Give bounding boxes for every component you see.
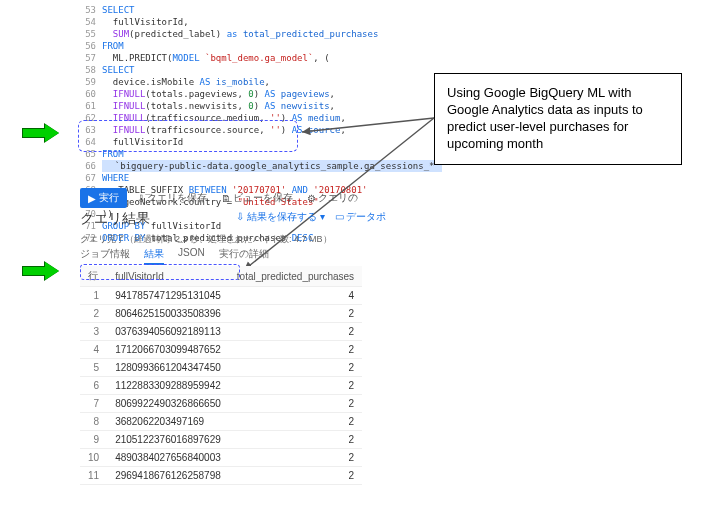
table-row[interactable]: 836820622034971692 <box>80 413 362 431</box>
code-line[interactable]: 61 IFNULL(totals.newvisits, 0) AS newvis… <box>78 100 378 112</box>
save-query-label: クエリを保存 <box>147 191 207 205</box>
results-table: 行 fullVisitorId total_predicted_purchase… <box>80 266 362 485</box>
code-token: is_mobile <box>210 77 264 87</box>
cell-predicted: 2 <box>229 377 362 395</box>
table-row[interactable]: 512809936612043474502 <box>80 359 362 377</box>
code-token: newvisits <box>275 101 329 111</box>
code-line[interactable]: 59 device.isMobile AS is_mobile, <box>78 76 378 88</box>
code-line[interactable]: 56FROM <box>78 40 378 52</box>
code-token: fullVisitorId <box>102 137 183 147</box>
table-row[interactable]: 921051223760168976292 <box>80 431 362 449</box>
code-token: (totals.newvisits, <box>145 101 248 111</box>
sql-editor[interactable]: 53SELECT54 fullVisitorId,55 SUM(predicte… <box>78 4 378 244</box>
cell-index: 2 <box>80 305 107 323</box>
run-label: 実行 <box>99 191 119 205</box>
green-arrow-icon <box>22 262 62 280</box>
code-token: WHERE <box>102 173 129 183</box>
save-view-label: ビューを保存 <box>233 191 293 205</box>
code-token: '' <box>270 113 281 123</box>
query-more-button[interactable]: ⚙ クエリの <box>303 189 362 207</box>
table-row[interactable]: 303763940560921891132 <box>80 323 362 341</box>
gear-icon: ⚙ <box>307 193 316 204</box>
code-token: fullVisitorId, <box>102 17 189 27</box>
code-token: ML.PREDICT( <box>102 53 172 63</box>
cell-visitor: 8064625150033508396 <box>107 305 229 323</box>
code-line[interactable]: 62 IFNULL(trafficsource.medium, '') AS m… <box>78 112 378 124</box>
save-results-button[interactable]: ⇩ 結果を保存する ▾ <box>236 210 325 224</box>
code-line[interactable]: 67WHERE <box>78 172 378 184</box>
cell-visitor: 9417857471295131045 <box>107 287 229 305</box>
cell-predicted: 2 <box>229 359 362 377</box>
cell-predicted: 4 <box>229 287 362 305</box>
cell-index: 3 <box>80 323 107 341</box>
table-row[interactable]: 780699224903268666502 <box>80 395 362 413</box>
cell-predicted: 2 <box>229 467 362 485</box>
code-line[interactable]: 65FROM <box>78 148 378 160</box>
cell-index: 7 <box>80 395 107 413</box>
cell-visitor: 0376394056092189113 <box>107 323 229 341</box>
download-icon: ⇩ <box>236 211 244 222</box>
table-row[interactable]: 611228833092889599422 <box>80 377 362 395</box>
code-line[interactable]: 54 fullVisitorId, <box>78 16 378 28</box>
cell-predicted: 2 <box>229 323 362 341</box>
save-view-button[interactable]: 🗎 ビューを保存 <box>217 189 297 207</box>
code-line[interactable]: 63 IFNULL(trafficsource.source, '') AS s… <box>78 124 378 136</box>
header-predicted: total_predicted_purchases <box>229 266 362 287</box>
table-row[interactable]: 1048903840276568400032 <box>80 449 362 467</box>
code-token: SELECT <box>102 65 135 75</box>
dataport-button[interactable]: ▭ データポ <box>335 210 387 224</box>
code-token: , ( <box>313 53 329 63</box>
cell-visitor: 4890384027656840003 <box>107 449 229 467</box>
code-token: ) <box>281 113 292 123</box>
query-toolbar: ▶ 実行 ⇩ クエリを保存 🗎 ビューを保存 ⚙ クエリの <box>80 188 362 208</box>
code-token: FROM <box>102 149 124 159</box>
cell-visitor: 3682062203497169 <box>107 413 229 431</box>
table-row[interactable]: 194178574712951310454 <box>80 287 362 305</box>
cell-index: 8 <box>80 413 107 431</box>
code-token: IFNULL <box>102 125 145 135</box>
code-line[interactable]: 66 `bigquery-public-data.google_analytic… <box>78 160 378 172</box>
table-row[interactable]: 280646251500335083962 <box>80 305 362 323</box>
code-token: AS <box>292 125 303 135</box>
code-line[interactable]: 55 SUM(predicted_label) as total_predict… <box>78 28 378 40</box>
code-token: SELECT <box>102 5 135 15</box>
cell-visitor: 1280993661204347450 <box>107 359 229 377</box>
tab-results[interactable]: 結果 <box>144 247 164 265</box>
code-line[interactable]: 57 ML.PREDICT(MODEL `bqml_demo.ga_model`… <box>78 52 378 64</box>
code-line[interactable]: 58SELECT <box>78 64 378 76</box>
cell-index: 6 <box>80 377 107 395</box>
table-row[interactable]: 1129694186761262587982 <box>80 467 362 485</box>
run-button[interactable]: ▶ 実行 <box>80 188 127 208</box>
header-visitor: fullVisitorId <box>107 266 229 287</box>
code-token: IFNULL <box>102 89 145 99</box>
table-row[interactable]: 417120667030994876522 <box>80 341 362 359</box>
cell-index: 5 <box>80 359 107 377</box>
save-query-button[interactable]: ⇩ クエリを保存 <box>133 189 211 207</box>
cell-predicted: 2 <box>229 431 362 449</box>
results-actions: ⇩ 結果を保存する ▾ ▭ データポ <box>236 210 386 224</box>
tab-job-info[interactable]: ジョブ情報 <box>80 247 130 265</box>
code-line[interactable]: 64 fullVisitorId <box>78 136 378 148</box>
header-row: 行 <box>80 266 107 287</box>
play-icon: ▶ <box>88 193 96 204</box>
cell-predicted: 2 <box>229 413 362 431</box>
code-line[interactable]: 60 IFNULL(totals.pageviews, 0) AS pagevi… <box>78 88 378 100</box>
tab-json[interactable]: JSON <box>178 247 205 265</box>
code-token: `bigquery-public-data.google_analytics_s… <box>102 160 442 172</box>
code-token: SUM <box>102 29 129 39</box>
tab-exec-details[interactable]: 実行の詳細 <box>219 247 269 265</box>
code-line[interactable]: 53SELECT <box>78 4 378 16</box>
callout-text: Using Google BigQuery ML with Google Ana… <box>447 85 643 151</box>
code-token: as <box>227 29 238 39</box>
code-token: medium <box>303 113 341 123</box>
code-token: `bqml_demo.ga_model` <box>200 53 314 63</box>
code-token: AS <box>265 89 276 99</box>
results-title: クエリ結果 <box>80 210 150 228</box>
code-token: AS <box>292 113 303 123</box>
dataport-label: データポ <box>346 211 386 222</box>
code-token: FROM <box>102 41 124 51</box>
code-token: (trafficsource.medium, <box>145 113 270 123</box>
code-token: , <box>265 77 270 87</box>
green-arrow-icon <box>22 124 62 142</box>
chevron-down-icon: ▾ <box>320 211 325 222</box>
